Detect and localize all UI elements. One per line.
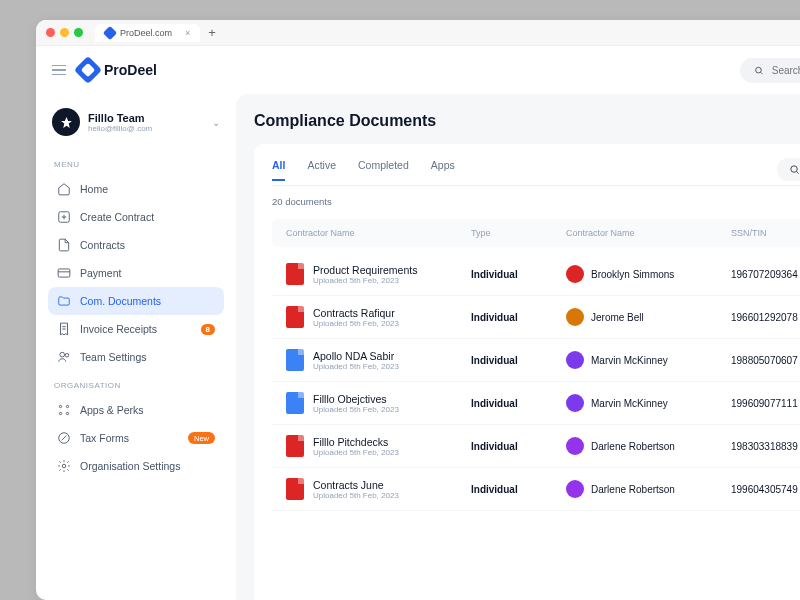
contractor-name: Jerome Bell	[591, 312, 644, 323]
table-row[interactable]: Filllo ObejctivesUploaded 5th Feb, 2023I…	[272, 382, 800, 425]
avatar	[566, 265, 584, 283]
search-input[interactable]	[772, 65, 800, 76]
file-name: Contracts Rafiqur	[313, 307, 399, 319]
logo[interactable]: ProDeel	[78, 60, 157, 80]
table-row[interactable]: Product RequirementsUploaded 5th Feb, 20…	[272, 253, 800, 296]
new-tab-button[interactable]: +	[208, 25, 216, 40]
sidebar-item-team[interactable]: Team Settings	[48, 343, 224, 371]
avatar	[566, 351, 584, 369]
avatar	[566, 437, 584, 455]
nav-label: Create Contract	[80, 211, 154, 223]
contractor-type: Individual	[471, 269, 566, 280]
contractor-name: Marvin McKinney	[591, 355, 668, 366]
col-name: Contractor Name	[566, 228, 731, 238]
svg-point-7	[59, 412, 61, 414]
browser-tab[interactable]: ProDeel.com ×	[95, 24, 200, 42]
ssn-value: 198303318839	[731, 441, 800, 452]
home-icon	[57, 182, 71, 196]
tab-active[interactable]: Active	[307, 159, 336, 181]
sidebar-item-payment[interactable]: Payment	[48, 259, 224, 287]
table-row[interactable]: Contracts JuneUploaded 5th Feb, 2023Indi…	[272, 468, 800, 511]
sidebar: Filllo Team hello@filllo@.com ⌄ MENU Hom…	[36, 94, 236, 600]
filter-tabs: All Active Completed Apps	[272, 159, 455, 181]
nav-label: Com. Documents	[80, 295, 161, 307]
documents-panel: All Active Completed Apps 20 documents C…	[254, 144, 800, 600]
folder-icon	[57, 294, 71, 308]
file-name: Filllo Obejctives	[313, 393, 399, 405]
tab-all[interactable]: All	[272, 159, 285, 181]
contractor-type: Individual	[471, 398, 566, 409]
nav-label: Team Settings	[80, 351, 147, 363]
sidebar-item-create-contract[interactable]: Create Contract	[48, 203, 224, 231]
window-close-button[interactable]	[46, 28, 55, 37]
doc-file-icon	[286, 349, 304, 371]
contractor-type: Individual	[471, 484, 566, 495]
global-search[interactable]	[740, 58, 800, 83]
sidebar-item-home[interactable]: Home	[48, 175, 224, 203]
avatar	[566, 394, 584, 412]
pdf-file-icon	[286, 306, 304, 328]
nav-label: Contracts	[80, 239, 125, 251]
svg-point-8	[66, 412, 68, 414]
main-content: Compliance Documents All Active Complete…	[236, 94, 800, 600]
page-title: Compliance Documents	[254, 112, 800, 130]
ssn-value: 196601292078	[731, 312, 800, 323]
card-icon	[57, 266, 71, 280]
sidebar-item-invoices[interactable]: Invoice Receipts 8	[48, 315, 224, 343]
table-row[interactable]: Filllo PitchdecksUploaded 5th Feb, 2023I…	[272, 425, 800, 468]
team-email: hello@filllo@.com	[88, 124, 204, 133]
contractor-name: Darlene Robertson	[591, 441, 675, 452]
team-avatar	[52, 108, 80, 136]
contractor-type: Individual	[471, 441, 566, 452]
sidebar-item-contracts[interactable]: Contracts	[48, 231, 224, 259]
file-name: Apollo NDA Sabir	[313, 350, 399, 362]
nav-label: Home	[80, 183, 108, 195]
contractor-name: Marvin McKinney	[591, 398, 668, 409]
tab-apps[interactable]: Apps	[431, 159, 455, 181]
svg-point-5	[59, 405, 61, 407]
tab-completed[interactable]: Completed	[358, 159, 409, 181]
percent-icon	[57, 431, 71, 445]
menu-toggle-button[interactable]	[52, 65, 66, 76]
team-selector[interactable]: Filllo Team hello@filllo@.com ⌄	[48, 104, 224, 150]
nav-label: Apps & Perks	[80, 404, 144, 416]
sidebar-item-org-settings[interactable]: Organisation Settings	[48, 452, 224, 480]
doc-file-icon	[286, 392, 304, 414]
file-uploaded-date: Uploaded 5th Feb, 2023	[313, 362, 399, 371]
file-name: Contracts June	[313, 479, 399, 491]
search-icon	[754, 65, 764, 76]
svg-point-11	[791, 166, 797, 172]
ssn-value: 199609077111	[731, 398, 800, 409]
sidebar-item-tax[interactable]: Tax Forms New	[48, 424, 224, 452]
document-icon	[57, 238, 71, 252]
close-tab-icon[interactable]: ×	[185, 28, 190, 38]
svg-point-0	[756, 67, 762, 73]
svg-point-4	[65, 354, 69, 358]
receipt-icon	[57, 322, 71, 336]
plus-square-icon	[57, 210, 71, 224]
ssn-value: 199604305749	[731, 484, 800, 495]
file-uploaded-date: Uploaded 5th Feb, 2023	[313, 405, 399, 414]
ssn-value: 198805070607	[731, 355, 800, 366]
col-ssn: SSN/TIN	[731, 228, 800, 238]
gear-icon	[57, 459, 71, 473]
browser-tab-bar: ProDeel.com × +	[36, 20, 800, 46]
tab-title: ProDeel.com	[120, 28, 172, 38]
badge-new: New	[188, 432, 215, 444]
table-search[interactable]	[777, 158, 800, 181]
table-header: Contractor Name Type Contractor Name SSN…	[272, 219, 800, 247]
table-row[interactable]: Contracts RafiqurUploaded 5th Feb, 2023I…	[272, 296, 800, 339]
window-minimize-button[interactable]	[60, 28, 69, 37]
grid-icon	[57, 403, 71, 417]
file-uploaded-date: Uploaded 5th Feb, 2023	[313, 448, 399, 457]
team-name: Filllo Team	[88, 112, 204, 124]
sidebar-item-apps[interactable]: Apps & Perks	[48, 396, 224, 424]
table-row[interactable]: Apollo NDA SabirUploaded 5th Feb, 2023In…	[272, 339, 800, 382]
contractor-name: Brooklyn Simmons	[591, 269, 674, 280]
sidebar-item-documents[interactable]: Com. Documents	[48, 287, 224, 315]
avatar	[566, 308, 584, 326]
window-maximize-button[interactable]	[74, 28, 83, 37]
avatar	[566, 480, 584, 498]
badge-count: 8	[201, 324, 215, 335]
file-name: Filllo Pitchdecks	[313, 436, 399, 448]
